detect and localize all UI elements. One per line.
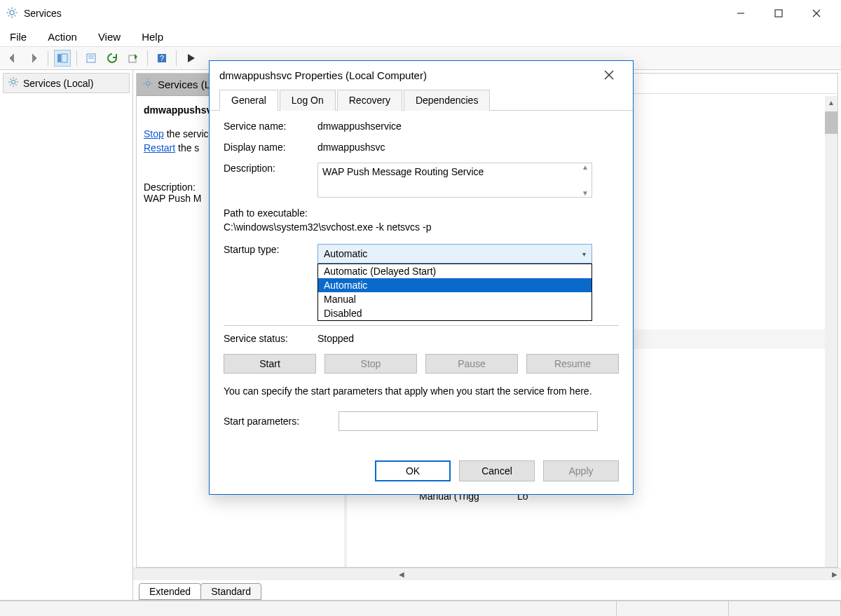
window-title: Services: [24, 8, 722, 19]
chevron-down-icon: ▾: [582, 250, 586, 258]
menu-action[interactable]: Action: [45, 29, 80, 44]
gear-icon: [8, 76, 19, 90]
startup-type-select[interactable]: Automatic ▾: [317, 244, 592, 263]
tab-recovery[interactable]: Recovery: [337, 90, 402, 111]
startup-type-label: Startup type:: [224, 244, 317, 255]
menu-view[interactable]: View: [95, 29, 123, 44]
cancel-button[interactable]: Cancel: [459, 460, 535, 481]
tree-pane: Services (Local): [0, 70, 133, 600]
svg-text:?: ?: [160, 54, 164, 62]
description-box: WAP Push Message Routing Service ▲ ▼: [317, 163, 592, 198]
close-button[interactable]: [798, 0, 835, 27]
svg-rect-6: [62, 54, 67, 62]
svg-point-13: [11, 80, 15, 83]
hscroll-right-icon[interactable]: ▶: [828, 568, 841, 580]
start-params-label: Start parameters:: [224, 416, 339, 427]
menubar: File Action View Help: [0, 27, 841, 46]
stop-link[interactable]: Stop: [144, 128, 164, 139]
startup-type-selected: Automatic: [324, 248, 367, 259]
dropdown-option[interactable]: Automatic (Delayed Start): [318, 264, 592, 278]
show-hide-tree-icon[interactable]: [54, 50, 71, 67]
maximize-button[interactable]: [760, 0, 798, 27]
startup-type-dropdown: Automatic (Delayed Start)AutomaticManual…: [317, 263, 592, 321]
export-icon[interactable]: [125, 50, 142, 67]
minimize-button[interactable]: [722, 0, 760, 27]
dropdown-option[interactable]: Disabled: [318, 306, 592, 320]
restart-link[interactable]: Restart: [144, 142, 175, 153]
service-name-label: Service name:: [224, 121, 317, 132]
resume-button[interactable]: Resume: [526, 354, 619, 374]
gear-icon: [142, 78, 153, 91]
help-icon[interactable]: ?: [153, 50, 170, 67]
divider: [224, 325, 619, 326]
tab-dependencies[interactable]: Dependencies: [404, 90, 491, 111]
tab-standard[interactable]: Standard: [200, 583, 261, 600]
vertical-scrollbar[interactable]: ▲: [825, 96, 837, 567]
dropdown-option[interactable]: Automatic: [318, 278, 592, 292]
stop-suffix: the service: [164, 128, 214, 139]
scroll-thumb[interactable]: [825, 111, 837, 134]
menu-help[interactable]: Help: [139, 29, 166, 44]
properties-dialog: dmwappushsvc Properties (Local Computer)…: [209, 60, 634, 495]
scroll-up-icon[interactable]: ▲: [825, 96, 837, 109]
start-service-icon[interactable]: [182, 50, 199, 67]
dialog-tabs: General Log On Recovery Dependencies: [210, 89, 633, 111]
dialog-title: dmwappushsvc Properties (Local Computer): [219, 69, 427, 81]
display-name-label: Display name:: [224, 142, 317, 153]
bottom-tabs: Extended Standard: [133, 580, 841, 600]
dialog-close-button[interactable]: [595, 61, 623, 89]
refresh-icon[interactable]: [104, 50, 121, 67]
dropdown-option[interactable]: Manual: [318, 292, 592, 306]
display-name-value: dmwappushsvc: [317, 142, 619, 153]
tab-general[interactable]: General: [219, 90, 278, 111]
start-params-hint: You can specify the start parameters tha…: [224, 385, 619, 399]
restart-suffix: the s: [175, 142, 199, 153]
svg-rect-2: [775, 10, 782, 17]
statusbar: [0, 601, 841, 616]
forward-icon[interactable]: [25, 50, 42, 67]
dialog-titlebar: dmwappushsvc Properties (Local Computer): [210, 61, 633, 89]
ok-button[interactable]: OK: [375, 460, 451, 481]
start-button[interactable]: Start: [224, 354, 316, 374]
path-label: Path to executable:: [224, 207, 619, 219]
titlebar: Services: [0, 0, 841, 27]
gear-icon: [6, 6, 18, 21]
back-icon[interactable]: [4, 50, 21, 67]
apply-button[interactable]: Apply: [543, 460, 619, 481]
svg-rect-5: [57, 54, 61, 62]
properties-icon[interactable]: [83, 50, 100, 67]
desc-scroll-up-icon[interactable]: ▲: [579, 163, 592, 171]
desc-scroll-down-icon[interactable]: ▼: [579, 189, 592, 197]
tree-root[interactable]: Services (Local): [3, 73, 130, 93]
tab-extended[interactable]: Extended: [139, 583, 201, 600]
horizontal-scrollbar[interactable]: ◀ ▶: [133, 568, 841, 580]
menu-file[interactable]: File: [7, 29, 29, 44]
description-text: WAP Push Message Routing Service: [322, 166, 484, 177]
stop-button[interactable]: Stop: [324, 354, 417, 374]
description-label: Description:: [224, 163, 317, 174]
path-value: C:\windows\system32\svchost.exe -k netsv…: [224, 221, 619, 233]
tab-logon[interactable]: Log On: [280, 90, 336, 111]
svg-point-0: [10, 11, 14, 15]
hscroll-left-icon[interactable]: ◀: [395, 568, 408, 580]
tree-root-label: Services (Local): [23, 78, 93, 89]
service-status-value: Stopped: [317, 333, 354, 344]
pause-button[interactable]: Pause: [425, 354, 518, 374]
svg-point-14: [146, 81, 149, 85]
service-name-value: dmwappushservice: [317, 121, 619, 132]
start-params-input[interactable]: [339, 411, 598, 431]
service-status-label: Service status:: [224, 333, 317, 344]
